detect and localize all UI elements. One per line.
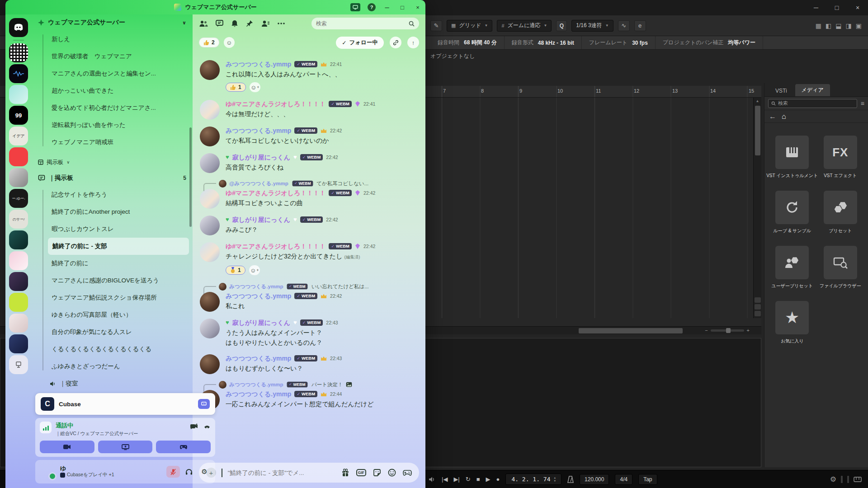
sidebar-thread[interactable]: 暇つぶしカウントスレ <box>32 221 193 238</box>
cycle-button[interactable]: ↻ <box>466 476 471 483</box>
tap-tempo-button[interactable]: Tap <box>638 474 657 485</box>
message-author[interactable]: みつつつつくる.ymmp <box>226 126 291 136</box>
sidebar-thread[interactable]: 記念サイトを作ろう <box>32 186 193 203</box>
pin-icon[interactable] <box>246 20 253 27</box>
screen-share-button[interactable] <box>98 441 153 453</box>
zoom-slider-knob[interactable] <box>726 328 731 333</box>
game-controller-icon[interactable] <box>403 470 412 476</box>
server-avatar[interactable] <box>9 314 28 333</box>
avatar[interactable] <box>200 127 220 146</box>
setup-window-layout-icon[interactable]: ▦ <box>816 22 821 29</box>
message-author[interactable]: 寂しがり屋にっくん <box>232 152 290 162</box>
server-avatar[interactable] <box>9 147 28 166</box>
stream-app-button[interactable] <box>198 399 210 409</box>
sidebar-thread[interactable]: ゆきらわの写真部屋（軽い） <box>32 306 193 324</box>
message-author[interactable]: ゆ#マニアさんラジオしろ！！！！ <box>226 99 326 109</box>
chevron-down-icon[interactable]: ∨ <box>182 20 186 26</box>
discord-maximize-button[interactable]: □ <box>398 4 406 11</box>
discord-titlebar[interactable]: ウェブマニア公式サーバー ? ─ □ × <box>5 0 425 14</box>
thumbs-up-reaction[interactable]: 1 <box>226 83 246 92</box>
headphones-icon[interactable] <box>183 466 195 478</box>
record-button[interactable]: ● <box>496 476 500 483</box>
reply-author[interactable]: みつつつつくる.ymmp <box>229 381 283 388</box>
reply-author[interactable]: みつつつつくる.ymmp <box>229 283 283 290</box>
cubase-maximize-button[interactable]: □ <box>826 0 847 15</box>
stop-button[interactable]: ■ <box>476 476 480 483</box>
zoom-slider[interactable] <box>711 329 744 332</box>
settings-gear-icon[interactable]: ⚙ <box>198 466 211 478</box>
tile-loops-samples[interactable]: ループ & サンプル <box>769 191 816 234</box>
search-input[interactable] <box>316 20 406 27</box>
cubase-close-button[interactable]: × <box>847 0 868 15</box>
vertical-zoom-button[interactable] <box>755 297 761 303</box>
user-avatar[interactable] <box>40 464 56 480</box>
chat-message[interactable]: みつつつつくる.ymmp ✓WEBM いい忘れてたけど私は... みつつつつくる… <box>193 282 425 312</box>
voice-channel[interactable]: ｜寝室 <box>32 375 193 392</box>
reply-text[interactable]: いい忘れてたけど私は... <box>311 283 369 290</box>
disconnect-call-icon[interactable] <box>203 423 211 429</box>
gif-picker-icon[interactable]: GIF <box>356 469 366 476</box>
server-avatar[interactable]: ー-ゆー- <box>9 189 28 208</box>
media-search-input[interactable]: 検索 <box>768 99 857 108</box>
sidebar-thread[interactable]: 超かっこいい曲できた <box>32 82 193 99</box>
play-button[interactable]: ▶ <box>486 476 491 483</box>
following-button[interactable]: ✓フォロー中 <box>336 37 384 49</box>
sidebar-thread[interactable]: 逆転裁判っぽい曲を作った <box>32 117 193 134</box>
sidebar-thread[interactable]: ウェブノマニア哨戒班 <box>32 134 193 151</box>
lower-zone-toggle-icon[interactable]: ⬓ <box>835 22 841 29</box>
chat-message[interactable]: ゆ#マニアさんラジオしろ！！！！ ✓WEBM 22:42 チャレンジしたけど32… <box>193 241 425 276</box>
chat-message[interactable]: みつつつつくる.ymmp ✓WEBM 22:42 てか私耳コピしないといけないの… <box>193 126 425 146</box>
avatar[interactable] <box>200 100 220 120</box>
server-header[interactable]: ウェブマニア公式サーバー ∨ <box>32 14 193 31</box>
message-author[interactable]: みつつつつくる.ymmp <box>226 353 291 363</box>
gift-icon[interactable] <box>341 469 349 477</box>
vertical-scroll-thumb[interactable] <box>755 106 760 155</box>
avatar[interactable] <box>200 292 220 312</box>
add-reaction-button[interactable]: ☺+ <box>249 265 260 275</box>
chat-message[interactable]: @みつつつつくる.ymmp ✓WEBM てか私耳コピしない... ゆ#マニアさん… <box>193 179 425 209</box>
time-signature-display[interactable]: 4/4 <box>615 474 632 485</box>
server-avatar[interactable]: 99 <box>9 106 28 125</box>
reply-context[interactable]: みつつつつくる.ymmp ✓WEBM パート決定！ <box>219 380 425 389</box>
activity-card[interactable]: C Cubase <box>35 393 215 415</box>
thumbs-up-reaction[interactable]: 2 <box>199 38 219 47</box>
grid-spacing-select[interactable]: #ズームに適応▼ <box>497 20 552 32</box>
list-view-icon[interactable]: ≡ <box>861 100 864 107</box>
forum-post-icon[interactable] <box>216 20 223 27</box>
discord-minimize-button[interactable]: ─ <box>383 4 391 11</box>
discord-close-button[interactable]: × <box>414 4 422 11</box>
discord-home-button[interactable] <box>9 18 28 37</box>
gear-icon[interactable]: ⚙ <box>830 475 836 483</box>
scroll-up-arrow[interactable]: ▲ <box>754 98 761 104</box>
server-avatar[interactable] <box>9 355 28 374</box>
sidebar-thread[interactable]: ふゆみきとざっつだーん <box>32 358 193 375</box>
category-header[interactable]: 掲示板 ∨ <box>32 155 193 170</box>
members-icon[interactable] <box>199 20 208 27</box>
chat-message[interactable]: ♥ 寂しがり屋にっくん ♥ ✓WEBM 22:43 うたう人はみんなメインパート… <box>193 318 425 347</box>
add-reaction-button[interactable]: ☺+ <box>250 82 260 92</box>
chat-message[interactable]: みつつつつくる.ymmp ✓WEBM 22:41 これ以降に入る人はみんなパート… <box>193 59 425 93</box>
sidebar-thread[interactable]: 新しえ <box>32 31 193 48</box>
jump-to-top-icon[interactable]: ↑ <box>407 37 419 48</box>
medal-reaction[interactable]: 1 <box>226 266 245 275</box>
tile-user-presets[interactable]: ユーザープリセット <box>769 246 816 289</box>
quantize-panel-button[interactable]: e <box>634 20 646 31</box>
stream-window-icon[interactable] <box>350 3 360 11</box>
quantize-q-icon[interactable]: Q <box>556 20 567 31</box>
notification-bell-icon[interactable] <box>231 20 238 28</box>
sidebar-thread[interactable]: ウェブマニア鯖伝説スクショ保存場所 <box>32 289 193 306</box>
go-to-end-button[interactable]: ▶| <box>453 476 459 483</box>
tab-vsti[interactable]: VSTi <box>769 85 793 96</box>
tile-favorites[interactable]: ★ お気に入り <box>769 301 816 344</box>
message-author[interactable]: 寂しがり屋にっくん <box>232 215 290 225</box>
song-position-display[interactable]: 4. 2. 1. 74▲▼ <box>505 474 561 485</box>
server-avatar[interactable] <box>9 168 28 187</box>
avatar[interactable] <box>200 216 220 235</box>
go-to-start-button[interactable]: |◀ <box>442 476 448 483</box>
microphone-muted-icon[interactable] <box>166 466 180 478</box>
sidebar-thread[interactable]: 自分の印象が気になる人スレ <box>32 324 193 341</box>
message-author[interactable]: みつつつつくる.ymmp <box>226 59 291 69</box>
sidebar-scrollbar[interactable] <box>189 127 192 227</box>
back-arrow-icon[interactable]: ← <box>769 113 776 121</box>
tile-presets[interactable]: プリセット <box>817 191 864 234</box>
